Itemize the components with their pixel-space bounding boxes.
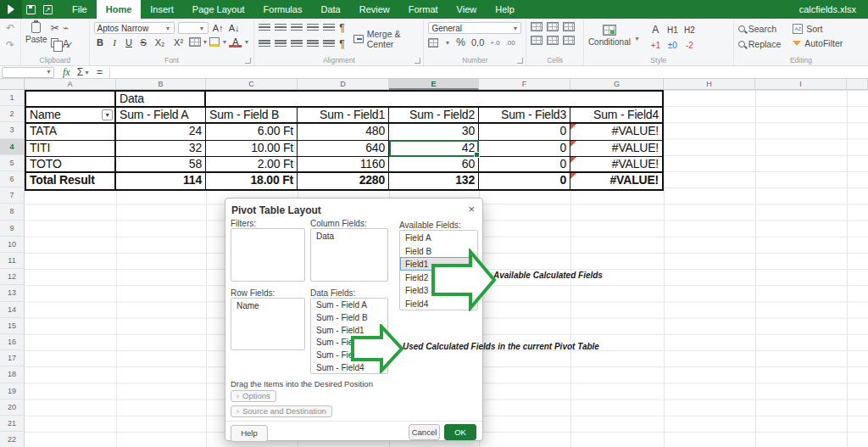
clear-style-icon[interactable]: A̷ — [63, 38, 70, 50]
subscript-button[interactable]: X₂ — [152, 37, 169, 47]
font-family-select[interactable]: Aptos Narrow▼ — [94, 22, 175, 34]
pivot-cell-6[interactable]: #VALUE! — [570, 124, 662, 139]
pivot-r1-cell-2[interactable] — [206, 92, 298, 106]
format-cells-icon[interactable] — [563, 22, 575, 31]
cell-style-normal[interactable]: A — [648, 24, 663, 36]
align-bottom-icon[interactable] — [291, 24, 303, 32]
pivot-header-cell-4[interactable]: Sum - Field2 — [389, 108, 479, 122]
pivot-cell-1[interactable]: 58 — [116, 157, 206, 171]
row-header-6[interactable]: 6 — [0, 171, 25, 187]
accounting-style-icon[interactable] — [428, 38, 438, 47]
pivot-total-cell-3[interactable]: 2280 — [298, 173, 389, 189]
row-header-8[interactable]: 8 — [0, 204, 25, 220]
pivot-header-cell-5[interactable]: Sum - Field3 — [479, 108, 570, 122]
column-header-A[interactable]: A — [25, 79, 116, 90]
filters-box[interactable] — [231, 228, 305, 282]
row-header-1[interactable]: 1 — [0, 90, 25, 106]
quick-share-button[interactable]: ↗ — [39, 0, 56, 19]
pivot-cell-0[interactable]: TATA — [26, 124, 116, 139]
percent-style-button[interactable]: % — [456, 36, 465, 48]
replace-button[interactable]: Replace — [738, 39, 782, 49]
tab-format[interactable]: Format — [399, 0, 448, 19]
orientation-icon[interactable]: ¶ — [339, 22, 344, 34]
pivot-cell-3[interactable]: 1160 — [298, 157, 389, 171]
redo-icon[interactable]: ↷ — [6, 39, 14, 51]
cell-style-neutral[interactable]: ±0 — [665, 41, 680, 50]
data-field-sum-field-a[interactable]: Sum - Field A — [311, 299, 387, 311]
pivot-cell-5[interactable]: 0 — [479, 141, 570, 156]
pivot-cell-1[interactable]: 24 — [116, 124, 206, 139]
pivot-cell-3[interactable]: 480 — [298, 124, 389, 139]
font-dialog-launcher-icon[interactable] — [245, 58, 251, 64]
decrease-decimal-icon[interactable]: .00 — [506, 39, 515, 47]
tab-home[interactable]: Home — [97, 0, 142, 19]
format-rows-icon[interactable] — [563, 36, 575, 45]
column-header-G[interactable]: G — [570, 79, 664, 90]
pivot-cell-5[interactable]: 0 — [479, 124, 570, 139]
tab-insert[interactable]: Insert — [141, 0, 183, 19]
tab-formulas[interactable]: Formulas — [254, 0, 312, 19]
pivot-cell-0[interactable]: TOTO — [26, 157, 116, 171]
pivot-total-cell-2[interactable]: 18.00 Ft — [206, 173, 298, 189]
row-header-20[interactable]: 20 — [0, 400, 25, 416]
row-header-14[interactable]: 14 — [0, 302, 25, 318]
pivot-total-cell-1[interactable]: 114 — [116, 173, 206, 189]
row-header-2[interactable]: 2 — [0, 106, 25, 122]
name-filter-button[interactable]: ▼ — [102, 109, 113, 120]
quick-save-button[interactable] — [22, 0, 39, 19]
pivot-total-cell-5[interactable]: 0 — [479, 173, 570, 189]
row-header-9[interactable]: 9 — [0, 221, 25, 237]
row-field-name[interactable]: Name — [231, 299, 304, 312]
tab-file[interactable]: File — [63, 0, 97, 19]
format-painter-icon[interactable]: ⌁ — [63, 22, 69, 34]
copy-icon[interactable] — [51, 38, 58, 47]
column-header-I[interactable]: I — [755, 79, 847, 90]
underline-button[interactable]: U — [123, 37, 136, 47]
column-fields-box[interactable]: Data — [310, 228, 388, 282]
row-header-5[interactable]: 5 — [0, 155, 25, 171]
column-header-H[interactable]: H — [664, 79, 755, 90]
increase-font-icon[interactable]: A↑ — [212, 23, 225, 33]
pivot-r1-cell-0[interactable] — [26, 92, 116, 106]
row-header-13[interactable]: 13 — [0, 285, 25, 301]
options-expander[interactable]: ›Options — [231, 390, 276, 402]
row-header-11[interactable]: 11 — [0, 253, 25, 269]
text-direction-icon[interactable]: ¶ — [339, 38, 344, 50]
row-header-12[interactable]: 12 — [0, 269, 25, 285]
number-format-select[interactable]: General▼ — [428, 22, 521, 34]
help-button[interactable]: Help — [231, 425, 268, 442]
source-destination-expander[interactable]: ›Source and Destination — [231, 405, 332, 417]
app-logo[interactable] — [0, 0, 22, 19]
tab-help[interactable]: Help — [486, 0, 524, 19]
insert-cells-icon[interactable] — [531, 22, 542, 31]
column-header-clipped[interactable] — [847, 79, 868, 90]
comma-style-button[interactable]: 0,0 — [471, 37, 484, 47]
pivot-r1-cell-3[interactable] — [298, 92, 389, 106]
cell-style-good[interactable]: +1 — [648, 41, 663, 50]
align-middle-icon[interactable] — [275, 24, 287, 32]
column-header-E[interactable]: E — [389, 79, 479, 90]
merge-center-button[interactable]: Merge & Center — [353, 22, 420, 55]
pivot-r1-cell-4[interactable] — [389, 92, 479, 106]
pivot-r1-cell-6[interactable] — [570, 92, 662, 106]
number-dialog-launcher-icon[interactable] — [517, 58, 523, 64]
pivot-cell-6[interactable]: #VALUE! — [570, 141, 662, 156]
tab-data[interactable]: Data — [311, 0, 349, 19]
column-field-data[interactable]: Data — [311, 229, 387, 243]
increase-decimal-icon[interactable]: +.0 — [490, 39, 499, 47]
align-right-icon[interactable] — [291, 40, 303, 48]
decrease-font-icon[interactable]: A↓ — [228, 23, 241, 33]
insert-rows-icon[interactable] — [531, 36, 542, 45]
row-header-15[interactable]: 15 — [0, 318, 25, 334]
pivot-total-cell-4[interactable]: 132 — [389, 173, 479, 189]
search-button[interactable]: Search — [738, 24, 782, 34]
align-left-icon[interactable] — [259, 40, 270, 48]
superscript-button[interactable]: X² — [170, 37, 187, 47]
pivot-cell-4[interactable]: 30 — [389, 124, 479, 139]
conditional-formatting-button[interactable]: Conditional — [588, 25, 631, 55]
row-header-19[interactable]: 19 — [0, 383, 25, 400]
close-icon[interactable]: × — [468, 203, 475, 215]
borders-icon[interactable] — [189, 37, 201, 47]
column-header-B[interactable]: B — [116, 79, 206, 90]
pivot-r1-cell-5[interactable] — [479, 92, 570, 106]
